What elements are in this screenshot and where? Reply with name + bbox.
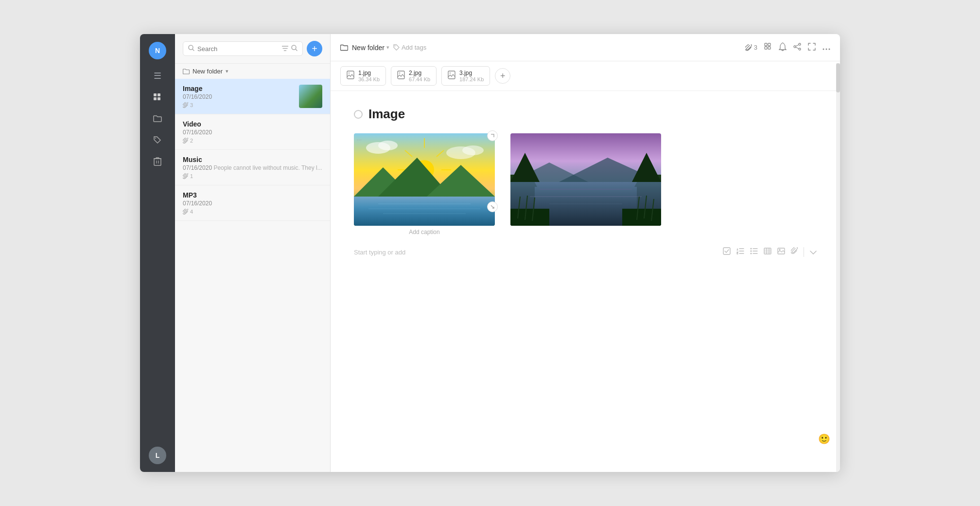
attachment-filename: 2.jpg [409, 70, 430, 76]
svg-rect-2 [154, 97, 157, 100]
note-main-title[interactable]: Image [368, 107, 405, 122]
scrollbar-track[interactable] [836, 63, 840, 472]
svg-point-15 [799, 48, 801, 50]
svg-point-8 [394, 46, 395, 47]
ordered-list-icon[interactable] [736, 248, 744, 256]
image-resize-handle-top[interactable] [487, 130, 498, 141]
sidebar-narrow: N ☰ [140, 34, 175, 472]
folder-breadcrumb[interactable]: New folder ▾ [340, 44, 389, 52]
svg-rect-35 [354, 197, 495, 226]
note-image[interactable] [510, 133, 661, 226]
svg-rect-12 [768, 47, 770, 49]
editor-placeholder-text[interactable]: Start typing or add [354, 249, 717, 256]
attachment-filesize: 36.34 Kb [358, 76, 380, 82]
image-caption[interactable]: Add caption [409, 229, 439, 235]
note-item[interactable]: Video 07/16/2020 2 [175, 114, 330, 150]
note-attachment-count: 3 [183, 102, 293, 108]
svg-point-20 [349, 72, 350, 74]
note-attachment-count: 1 [183, 173, 322, 179]
svg-point-17 [826, 48, 827, 50]
sidebar-item-tag[interactable] [149, 131, 166, 149]
note-completion-radio[interactable] [354, 110, 363, 119]
note-image[interactable] [354, 133, 495, 226]
svg-rect-21 [398, 71, 404, 79]
note-item[interactable]: MP3 07/16/2020 4 [175, 185, 330, 221]
top-bar-right: 3 [745, 42, 830, 53]
svg-point-40 [378, 141, 398, 150]
notes-list-panel: + New folder ▾ Image 07/16/2020 3 [175, 34, 331, 472]
svg-point-16 [823, 48, 824, 50]
bell-icon[interactable] [779, 42, 787, 53]
sidebar-item-trash[interactable] [149, 153, 166, 170]
table-icon[interactable] [764, 248, 771, 256]
sidebar-item-menu[interactable]: ☰ [149, 67, 166, 85]
image-block[interactable] [510, 133, 661, 226]
svg-point-22 [399, 72, 401, 74]
attachment-insert-icon[interactable] [791, 247, 798, 257]
note-item[interactable]: Music 07/16/2020 People cannot live with… [175, 150, 330, 185]
more-options-icon[interactable] [822, 43, 830, 52]
note-date: 07/16/2020 [183, 93, 293, 100]
sidebar-item-grid[interactable] [149, 89, 166, 106]
svg-rect-0 [154, 93, 157, 96]
search-magnifier-icon[interactable] [291, 45, 298, 53]
attachment-filename: 1.jpg [358, 70, 380, 76]
note-thumbnail [299, 85, 322, 108]
search-icon [188, 45, 194, 53]
note-date: 07/16/2020 People cannot live without mu… [183, 164, 322, 171]
note-item[interactable]: Image 07/16/2020 3 [175, 79, 330, 114]
attachments-bar: 1.jpg 36.34 Kb 2.jpg 67.44 Kb [331, 61, 840, 91]
note-info: Music 07/16/2020 People cannot live with… [183, 156, 322, 179]
top-bar: New folder ▾ Add tags 3 [331, 34, 840, 61]
svg-rect-64 [723, 248, 730, 254]
image-insert-icon[interactable] [777, 248, 785, 256]
user-avatar-bottom[interactable]: L [149, 447, 166, 464]
add-attachment-button[interactable]: + [495, 68, 510, 84]
attachment-chip[interactable]: 1.jpg 36.34 Kb [340, 66, 386, 86]
note-body: Image ··· [331, 91, 840, 472]
folder-chevron-icon: ▾ [226, 68, 228, 74]
scrollbar-thumb[interactable] [836, 63, 840, 92]
add-tags-button[interactable]: Add tags [393, 44, 426, 51]
emoji-button[interactable]: 🙂 [818, 433, 830, 445]
svg-point-67 [751, 253, 752, 254]
image-file-icon [448, 71, 455, 81]
filter-icon[interactable] [282, 45, 288, 53]
svg-rect-53 [510, 209, 549, 226]
bullet-list-icon[interactable] [750, 248, 758, 256]
grid-view-icon[interactable] [764, 43, 772, 53]
image-block[interactable]: ··· [354, 133, 495, 235]
attachment-filesize: 67.44 Kb [409, 76, 430, 82]
svg-point-42 [462, 145, 484, 155]
folder-label[interactable]: New folder ▾ [175, 64, 330, 79]
note-date: 07/16/2020 [183, 200, 322, 207]
svg-rect-23 [448, 71, 455, 79]
attachment-chip[interactable]: 3.jpg 187.24 Kb [441, 66, 490, 86]
image-resize-handle-bottom[interactable] [487, 201, 498, 212]
attachment-count-badge: 3 [745, 44, 757, 51]
svg-point-13 [799, 43, 801, 45]
image-options-dots[interactable]: ··· [357, 136, 362, 143]
svg-rect-9 [765, 43, 767, 46]
image-file-icon [347, 71, 354, 81]
svg-point-66 [751, 251, 752, 252]
attachment-chip[interactable]: 2.jpg 67.44 Kb [391, 66, 437, 86]
sidebar-item-folder[interactable] [149, 110, 166, 127]
svg-rect-11 [765, 47, 767, 49]
add-note-button[interactable]: + [307, 41, 322, 56]
svg-rect-54 [622, 209, 661, 226]
svg-rect-5 [154, 159, 161, 165]
user-avatar-top[interactable]: N [149, 42, 166, 59]
search-input[interactable] [197, 45, 279, 53]
search-box[interactable] [183, 41, 303, 56]
chevron-down-icon[interactable] [810, 248, 817, 256]
svg-rect-19 [347, 71, 354, 79]
svg-point-14 [794, 46, 796, 48]
note-info: Video 07/16/2020 2 [183, 120, 322, 144]
expand-icon[interactable] [808, 43, 816, 53]
svg-point-65 [751, 248, 752, 250]
svg-rect-3 [158, 97, 160, 100]
share-icon[interactable] [793, 43, 801, 53]
images-row: ··· [354, 133, 817, 235]
checkbox-icon[interactable] [723, 247, 731, 257]
